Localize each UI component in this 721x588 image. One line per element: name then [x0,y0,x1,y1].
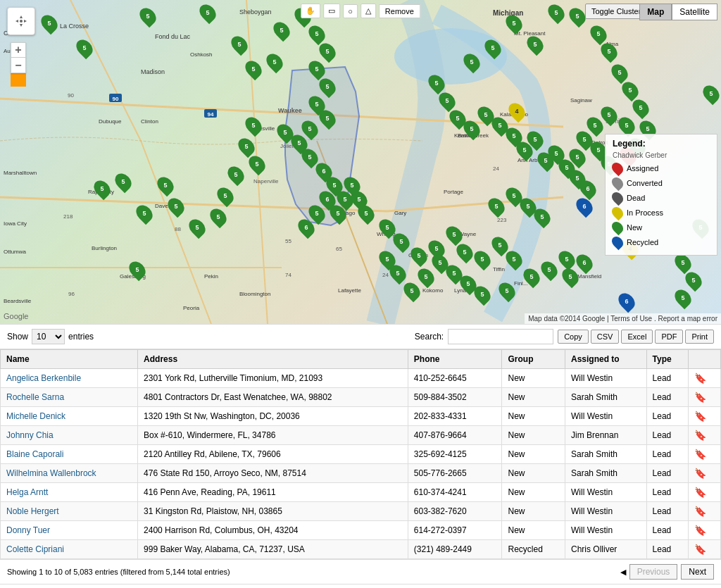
legend-label-inprocess: In Process [627,208,663,217]
col-phone[interactable]: Phone [408,350,502,369]
col-group[interactable]: Group [502,350,565,369]
col-assigned[interactable]: Assigned to [565,350,647,369]
entries-label: entries [68,332,94,342]
table-row: Angelica Berkenbile 2301 York Rd, Luther… [1,369,721,388]
map-navigation[interactable] [7,7,35,35]
name-link[interactable]: Noble Hergert [6,506,59,516]
excel-button[interactable]: Excel [621,330,653,344]
cell-phone: 509-884-3502 [408,388,502,407]
cell-assigned: Chris Olliver [565,540,647,559]
cell-name[interactable]: Blaine Caporali [1,445,138,464]
row-action-icon[interactable]: 🔖 [694,411,706,422]
name-link[interactable]: Helga Arntt [6,487,48,497]
cell-address: 2400 Harrison Rd, Columbus, OH, 43204 [138,521,408,540]
satellite-view-button[interactable]: Satellite [672,4,717,20]
search-area: Search: Copy CSV Excel PDF Print [415,329,714,344]
table-row: Blaine Caporali 2120 Antilley Rd, Abilen… [1,445,721,464]
remove-button[interactable]: Remove [379,4,420,18]
prev-button[interactable]: Previous [629,564,678,580]
table-footer: Showing 1 to 10 of 5,083 entries (filter… [0,559,721,584]
col-name[interactable]: Name [1,350,138,369]
name-link[interactable]: Johnny Chia [6,430,54,440]
row-action-icon[interactable]: 🔖 [694,468,706,479]
col-type[interactable]: Type [646,350,689,369]
cell-icon[interactable]: 🔖 [689,464,721,483]
rectangle-tool[interactable]: ▭ [323,4,340,18]
name-link[interactable]: Donny Tuer [6,525,50,535]
name-link[interactable]: Michelle Denick [6,411,65,421]
cell-type: Lead [646,540,689,559]
cell-type: Lead [646,369,689,388]
search-input[interactable] [448,329,553,344]
name-link[interactable]: Angelica Berkenbile [6,373,81,383]
name-link[interactable]: Rochelle Sarna [6,392,64,402]
cell-type: Lead [646,426,689,445]
cell-name[interactable]: Angelica Berkenbile [1,369,138,388]
cell-phone: 603-382-7620 [408,502,502,521]
csv-button[interactable]: CSV [591,330,620,344]
print-button[interactable]: Print [685,330,714,344]
cell-type: Lead [646,445,689,464]
cell-type: Lead [646,502,689,521]
row-action-icon[interactable]: 🔖 [694,430,706,441]
cell-name[interactable]: Rochelle Sarna [1,388,138,407]
row-action-icon[interactable]: 🔖 [694,487,706,498]
map-view-button[interactable]: Map [639,4,672,20]
cell-phone: 610-374-4241 [408,483,502,502]
name-link[interactable]: Blaine Caporali [6,449,63,459]
cell-name[interactable]: Helga Arntt [1,483,138,502]
cell-phone: 614-272-0397 [408,521,502,540]
cell-icon[interactable]: 🔖 [689,407,721,426]
copy-button[interactable]: Copy [558,330,589,344]
cell-type: Lead [646,407,689,426]
cell-type: Lead [646,521,689,540]
cell-icon[interactable]: 🔖 [689,483,721,502]
cell-assigned: Will Westin [565,521,647,540]
map-container[interactable]: 90 94 La Crosse Fond du Lac Sheboygan Mi… [0,0,721,324]
cell-phone: 505-776-2665 [408,464,502,483]
entries-select[interactable]: 10 25 50 100 [32,329,65,344]
svg-point-77 [20,20,23,23]
col-address[interactable]: Address [138,350,408,369]
recycled-pin [610,234,626,251]
cell-name[interactable]: Donny Tuer [1,521,138,540]
map-legend: Legend: Chadwick Gerber Assigned Convert… [605,134,717,256]
cell-assigned: Will Westin [565,407,647,426]
cell-phone: 407-876-9664 [408,426,502,445]
polygon-tool[interactable]: △ [360,4,376,18]
cell-icon[interactable]: 🔖 [689,388,721,407]
row-action-icon[interactable]: 🔖 [694,449,706,460]
legend-item-recycled: Recycled [613,236,710,249]
cell-name[interactable]: Noble Hergert [1,502,138,521]
row-action-icon[interactable]: 🔖 [694,506,706,517]
cell-name[interactable]: Colette Cipriani [1,540,138,559]
move-tool[interactable]: ✋ [301,4,320,18]
row-action-icon[interactable]: 🔖 [694,525,706,536]
next-button[interactable]: Next [681,564,714,580]
cell-icon[interactable]: 🔖 [689,540,721,559]
cell-address: 2120 Antilley Rd, Abilene, TX, 79606 [138,445,408,464]
cell-icon[interactable]: 🔖 [689,502,721,521]
cell-address: 4801 Contractors Dr, East Wenatchee, WA,… [138,388,408,407]
name-link[interactable]: Wilhelmina Wallenbrock [6,468,96,478]
zoom-out-button[interactable]: − [11,58,26,73]
new-pin [610,220,626,236]
table-row: Wilhelmina Wallenbrock 476 State Rd 150,… [1,464,721,483]
cell-name[interactable]: Michelle Denick [1,407,138,426]
cell-icon[interactable]: 🔖 [689,521,721,540]
name-link[interactable]: Colette Cipriani [6,544,64,554]
pdf-button[interactable]: PDF [655,330,683,344]
legend-title: Legend: [613,139,710,149]
cell-name[interactable]: Johnny Chia [1,426,138,445]
row-action-icon[interactable]: 🔖 [694,392,706,403]
row-action-icon[interactable]: 🔖 [694,544,706,555]
cell-icon[interactable]: 🔖 [689,445,721,464]
cell-icon[interactable]: 🔖 [689,426,721,445]
table-row: Donny Tuer 2400 Harrison Rd, Columbus, O… [1,521,721,540]
zoom-in-button[interactable]: + [11,42,26,58]
map-type-toggle: Map Satellite [639,4,717,20]
row-action-icon[interactable]: 🔖 [694,373,706,384]
cell-name[interactable]: Wilhelmina Wallenbrock [1,464,138,483]
cell-icon[interactable]: 🔖 [689,369,721,388]
circle-tool[interactable]: ○ [343,4,358,18]
